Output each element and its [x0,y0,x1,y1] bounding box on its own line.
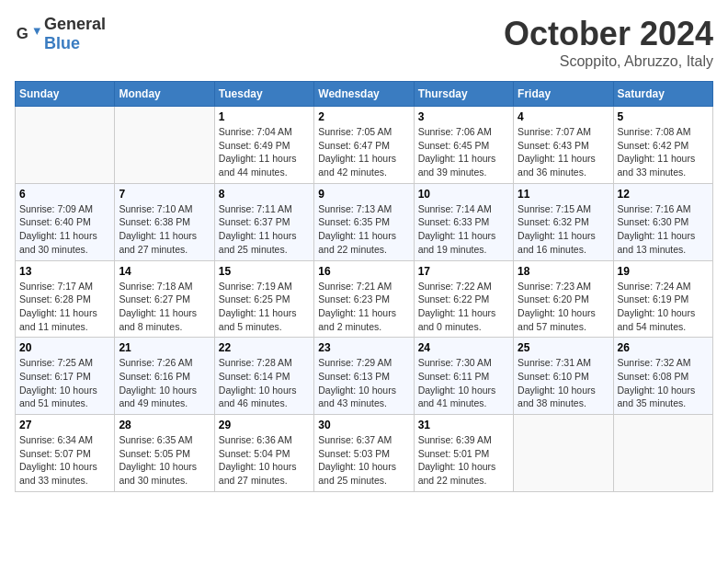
day-info: Sunrise: 7:13 AM Sunset: 6:35 PM Dayligh… [318,202,409,257]
day-number: 7 [119,188,210,201]
day-info: Sunrise: 7:24 AM Sunset: 6:19 PM Dayligh… [618,280,709,334]
day-info: Sunrise: 7:32 AM Sunset: 6:08 PM Dayligh… [618,356,709,410]
svg-marker-1 [34,28,40,34]
calendar-cell: 26Sunrise: 7:32 AM Sunset: 6:08 PM Dayli… [613,338,712,415]
day-number: 8 [219,188,310,201]
day-number: 25 [518,341,609,354]
day-info: Sunrise: 7:08 AM Sunset: 6:42 PM Dayligh… [618,125,709,179]
day-info: Sunrise: 6:36 AM Sunset: 5:04 PM Dayligh… [219,433,310,488]
calendar-cell [613,415,712,492]
day-info: Sunrise: 6:34 AM Sunset: 5:07 PM Dayligh… [19,433,110,488]
calendar-cell: 6Sunrise: 7:09 AM Sunset: 6:40 PM Daylig… [16,183,115,260]
day-header-thursday: Thursday [414,82,513,107]
day-number: 2 [318,110,409,123]
calendar-cell: 18Sunrise: 7:23 AM Sunset: 6:20 PM Dayli… [514,260,613,338]
day-info: Sunrise: 7:10 AM Sunset: 6:38 PM Dayligh… [119,202,210,257]
day-info: Sunrise: 6:37 AM Sunset: 5:03 PM Dayligh… [318,433,409,488]
calendar-cell: 21Sunrise: 7:26 AM Sunset: 6:16 PM Dayli… [115,338,214,415]
day-header-wednesday: Wednesday [314,82,414,107]
day-info: Sunrise: 7:09 AM Sunset: 6:40 PM Dayligh… [19,202,110,257]
logo-general-text: General [44,15,106,33]
calendar-cell: 28Sunrise: 6:35 AM Sunset: 5:05 PM Dayli… [115,415,214,492]
calendar-cell [115,107,214,184]
month-title: October 2024 [504,15,713,53]
day-info: Sunrise: 7:28 AM Sunset: 6:14 PM Dayligh… [219,356,310,410]
calendar-cell: 13Sunrise: 7:17 AM Sunset: 6:28 PM Dayli… [16,260,115,338]
calendar-cell: 12Sunrise: 7:16 AM Sunset: 6:30 PM Dayli… [613,183,712,260]
day-info: Sunrise: 7:25 AM Sunset: 6:17 PM Dayligh… [19,356,110,410]
calendar-cell: 1Sunrise: 7:04 AM Sunset: 6:49 PM Daylig… [214,107,313,184]
day-info: Sunrise: 7:26 AM Sunset: 6:16 PM Dayligh… [119,356,210,410]
calendar-cell: 11Sunrise: 7:15 AM Sunset: 6:32 PM Dayli… [514,183,613,260]
calendar-cell: 2Sunrise: 7:05 AM Sunset: 6:47 PM Daylig… [314,107,414,184]
logo-icon: G [15,21,40,47]
day-number: 20 [19,341,110,354]
calendar-table: SundayMondayTuesdayWednesdayThursdayFrid… [15,81,713,492]
day-info: Sunrise: 7:14 AM Sunset: 6:33 PM Dayligh… [418,202,509,257]
page-header: G General Blue October 2024 Scoppito, Ab… [15,15,713,70]
day-info: Sunrise: 7:04 AM Sunset: 6:49 PM Dayligh… [219,125,310,179]
day-info: Sunrise: 7:18 AM Sunset: 6:27 PM Dayligh… [119,280,210,334]
day-header-tuesday: Tuesday [214,82,313,107]
day-info: Sunrise: 7:21 AM Sunset: 6:23 PM Dayligh… [318,280,409,334]
logo-blue-text: Blue [44,34,80,52]
day-number: 24 [418,341,509,354]
calendar-cell: 30Sunrise: 6:37 AM Sunset: 5:03 PM Dayli… [314,415,414,492]
day-number: 13 [19,265,110,278]
day-info: Sunrise: 6:35 AM Sunset: 5:05 PM Dayligh… [119,433,210,488]
calendar-cell: 23Sunrise: 7:29 AM Sunset: 6:13 PM Dayli… [314,338,414,415]
calendar-cell [514,415,613,492]
logo: G General Blue [15,15,106,53]
day-number: 23 [318,341,409,354]
calendar-week-2: 6Sunrise: 7:09 AM Sunset: 6:40 PM Daylig… [16,183,713,260]
calendar-cell: 24Sunrise: 7:30 AM Sunset: 6:11 PM Dayli… [414,338,513,415]
day-info: Sunrise: 7:11 AM Sunset: 6:37 PM Dayligh… [219,202,310,257]
day-info: Sunrise: 7:05 AM Sunset: 6:47 PM Dayligh… [318,125,409,179]
day-number: 26 [618,341,709,354]
calendar-cell: 22Sunrise: 7:28 AM Sunset: 6:14 PM Dayli… [214,338,313,415]
day-number: 12 [618,188,709,201]
day-number: 29 [219,419,310,431]
day-number: 15 [219,265,310,278]
calendar-cell: 4Sunrise: 7:07 AM Sunset: 6:43 PM Daylig… [514,107,613,184]
day-number: 14 [119,265,210,278]
day-info: Sunrise: 7:07 AM Sunset: 6:43 PM Dayligh… [518,125,609,179]
day-number: 11 [518,188,609,201]
day-number: 10 [418,188,509,201]
day-info: Sunrise: 7:17 AM Sunset: 6:28 PM Dayligh… [19,280,110,334]
day-header-friday: Friday [514,82,613,107]
title-block: October 2024 Scoppito, Abruzzo, Italy [504,15,713,70]
day-number: 19 [618,265,709,278]
day-number: 31 [418,419,509,431]
calendar-cell: 19Sunrise: 7:24 AM Sunset: 6:19 PM Dayli… [613,260,712,338]
calendar-week-4: 20Sunrise: 7:25 AM Sunset: 6:17 PM Dayli… [16,338,713,415]
day-info: Sunrise: 7:19 AM Sunset: 6:25 PM Dayligh… [219,280,310,334]
day-info: Sunrise: 7:29 AM Sunset: 6:13 PM Dayligh… [318,356,409,410]
calendar-cell: 29Sunrise: 6:36 AM Sunset: 5:04 PM Dayli… [214,415,313,492]
calendar-week-1: 1Sunrise: 7:04 AM Sunset: 6:49 PM Daylig… [16,107,713,184]
day-number: 9 [318,188,409,201]
calendar-cell [16,107,115,184]
calendar-cell: 31Sunrise: 6:39 AM Sunset: 5:01 PM Dayli… [414,415,513,492]
calendar-cell: 14Sunrise: 7:18 AM Sunset: 6:27 PM Dayli… [115,260,214,338]
day-info: Sunrise: 7:30 AM Sunset: 6:11 PM Dayligh… [418,356,509,410]
calendar-cell: 5Sunrise: 7:08 AM Sunset: 6:42 PM Daylig… [613,107,712,184]
day-info: Sunrise: 7:06 AM Sunset: 6:45 PM Dayligh… [418,125,509,179]
day-header-monday: Monday [115,82,214,107]
day-info: Sunrise: 7:23 AM Sunset: 6:20 PM Dayligh… [518,280,609,334]
day-info: Sunrise: 7:15 AM Sunset: 6:32 PM Dayligh… [518,202,609,257]
calendar-cell: 17Sunrise: 7:22 AM Sunset: 6:22 PM Dayli… [414,260,513,338]
day-number: 4 [518,110,609,123]
calendar-cell: 20Sunrise: 7:25 AM Sunset: 6:17 PM Dayli… [16,338,115,415]
calendar-cell: 16Sunrise: 7:21 AM Sunset: 6:23 PM Dayli… [314,260,414,338]
day-info: Sunrise: 6:39 AM Sunset: 5:01 PM Dayligh… [418,433,509,488]
calendar-week-3: 13Sunrise: 7:17 AM Sunset: 6:28 PM Dayli… [16,260,713,338]
calendar-cell: 25Sunrise: 7:31 AM Sunset: 6:10 PM Dayli… [514,338,613,415]
day-number: 21 [119,341,210,354]
day-info: Sunrise: 7:22 AM Sunset: 6:22 PM Dayligh… [418,280,509,334]
calendar-cell: 9Sunrise: 7:13 AM Sunset: 6:35 PM Daylig… [314,183,414,260]
calendar-cell: 10Sunrise: 7:14 AM Sunset: 6:33 PM Dayli… [414,183,513,260]
day-number: 5 [618,110,709,123]
day-header-saturday: Saturday [613,82,712,107]
day-number: 27 [19,419,110,431]
